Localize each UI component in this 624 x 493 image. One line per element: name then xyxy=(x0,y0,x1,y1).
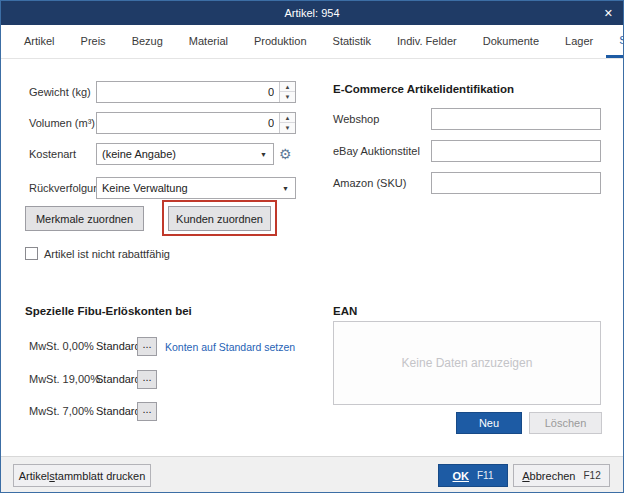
cancel-label-rest: bbrechen xyxy=(530,470,576,482)
ean-neu-button[interactable]: Neu xyxy=(456,412,522,434)
tab-preis[interactable]: Preis xyxy=(68,25,119,58)
webshop-input[interactable] xyxy=(432,109,600,129)
gewicht-spinner: ▲ ▼ xyxy=(279,82,295,102)
tab-statistik[interactable]: Statistik xyxy=(320,25,385,58)
mwst-0-label: MwSt. 0,00% xyxy=(29,335,94,357)
tab-artikel[interactable]: Artikel xyxy=(11,25,68,58)
spinner-up-icon[interactable]: ▲ xyxy=(280,82,295,92)
amazon-field-wrap xyxy=(431,172,601,194)
kunden-zuordnen-button[interactable]: Kunden zuordnen xyxy=(168,206,271,231)
print-label-post: tammblatt drucken xyxy=(55,470,145,482)
volumen-label: Volumen (m³) xyxy=(29,112,95,134)
mwst-0-value: Standard xyxy=(96,336,141,356)
rabatt-checkbox[interactable] xyxy=(25,247,38,260)
ean-list[interactable]: Keine Daten anzuzeigen xyxy=(333,321,601,405)
rabatt-checkbox-label: Artikel ist nicht rabattfähig xyxy=(44,243,170,265)
webshop-field-wrap xyxy=(431,108,601,130)
cancel-label-accel: A xyxy=(522,470,529,482)
tab-material[interactable]: Material xyxy=(176,25,241,58)
tab-lager[interactable]: Lager xyxy=(552,25,606,58)
volumen-input[interactable] xyxy=(97,113,278,133)
mwst-0-browse-button[interactable]: ... xyxy=(137,337,157,356)
rueckverfolgung-label: Rückverfolgung xyxy=(29,177,105,199)
kostenart-value: (keine Angabe) xyxy=(102,144,176,164)
ok-label: OK xyxy=(453,470,470,482)
kostenart-select[interactable]: (keine Angabe) ▼ xyxy=(96,143,274,165)
ok-shortcut: F11 xyxy=(477,470,494,481)
mwst-19-label: MwSt. 19,00% xyxy=(29,368,100,390)
mwst-7-browse-button[interactable]: ... xyxy=(137,402,157,421)
volumen-spinner: ▲ ▼ xyxy=(279,113,295,133)
kostenart-label: Kostenart xyxy=(29,143,76,165)
amazon-label: Amazon (SKU) xyxy=(333,172,406,194)
spinner-up-icon[interactable]: ▲ xyxy=(280,113,295,123)
cancel-shortcut: F12 xyxy=(583,470,600,481)
close-icon[interactable]: ✕ xyxy=(604,1,613,25)
artikelstammblatt-drucken-button[interactable]: Artikelstammblatt drucken xyxy=(13,464,151,487)
gewicht-stepper: ▲ ▼ xyxy=(96,81,296,103)
mwst-7-value: Standard xyxy=(96,401,141,421)
rueckverfolgung-select[interactable]: Keine Verwaltung ▼ xyxy=(96,177,296,199)
ebay-label: eBay Auktionstitel xyxy=(333,140,420,162)
ean-loeschen-button[interactable]: Löschen xyxy=(529,412,602,434)
tab-dokumente[interactable]: Dokumente xyxy=(470,25,552,58)
gewicht-input[interactable] xyxy=(97,82,278,102)
spinner-down-icon[interactable]: ▼ xyxy=(280,123,295,133)
gewicht-label: Gewicht (kg) xyxy=(29,81,91,103)
volumen-stepper: ▲ ▼ xyxy=(96,112,296,134)
ok-button[interactable]: OK F11 xyxy=(438,464,508,487)
spinner-down-icon[interactable]: ▼ xyxy=(280,92,295,102)
ebay-input[interactable] xyxy=(432,141,600,161)
tab-indiv-felder[interactable]: Indiv. Felder xyxy=(384,25,470,58)
konten-standard-link[interactable]: Konten auf Standard setzen xyxy=(165,339,295,355)
title-bar: Artikel: 954 ✕ xyxy=(1,1,623,25)
merkmale-zuordnen-button[interactable]: Merkmale zuordnen xyxy=(25,206,144,231)
abbrechen-button[interactable]: Abbrechen F12 xyxy=(513,464,610,487)
gear-icon[interactable]: ⚙ xyxy=(279,146,292,162)
window-title: Artikel: 954 xyxy=(284,7,339,19)
mwst-19-browse-button[interactable]: ... xyxy=(137,370,157,389)
tab-sonstiges[interactable]: Sonstiges xyxy=(606,25,624,58)
ebay-field-wrap xyxy=(431,140,601,162)
chevron-down-icon: ▼ xyxy=(282,185,289,192)
ecommerce-heading: E-Commerce Artikelidentifikation xyxy=(333,83,514,95)
ean-empty-text: Keine Daten anzuzeigen xyxy=(402,356,533,370)
chevron-down-icon: ▼ xyxy=(260,151,267,158)
amazon-input[interactable] xyxy=(432,173,600,193)
ean-heading: EAN xyxy=(333,305,357,317)
mwst-7-label: MwSt. 7,00% xyxy=(29,400,94,422)
print-label-pre: Artikel xyxy=(19,470,50,482)
rueckverfolgung-value: Keine Verwaltung xyxy=(102,178,188,198)
artikel-dialog: Artikel: 954 ✕ Artikel Preis Bezug Mater… xyxy=(0,0,624,493)
mwst-19-value: Standard xyxy=(96,369,141,389)
fibu-heading: Spezielle Fibu-Erlöskonten bei xyxy=(25,305,192,317)
tab-produktion[interactable]: Produktion xyxy=(241,25,320,58)
tab-bar: Artikel Preis Bezug Material Produktion … xyxy=(1,25,623,59)
webshop-label: Webshop xyxy=(333,108,379,130)
tab-bezug[interactable]: Bezug xyxy=(119,25,176,58)
